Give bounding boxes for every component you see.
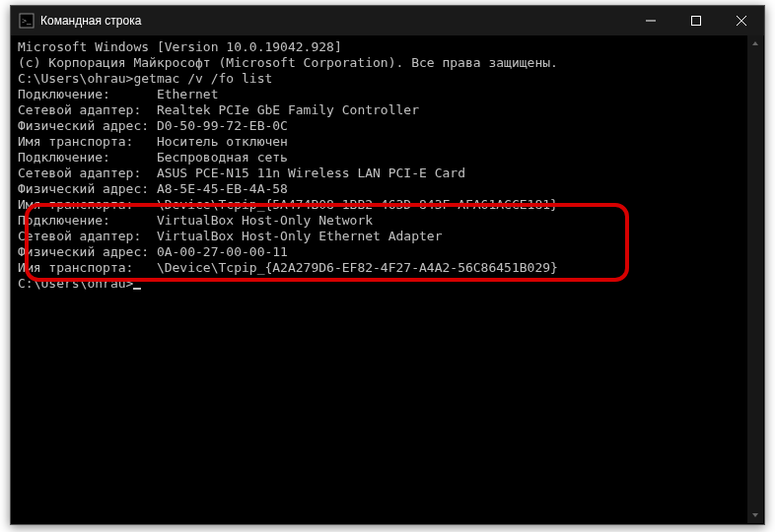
svg-text:>_: >_	[22, 16, 32, 26]
prompt-line-1: C:\Users\ohrau>getmac /v /fo list	[18, 71, 757, 87]
scroll-down-icon[interactable]	[747, 507, 763, 523]
window-title: Командная строка	[40, 14, 141, 28]
scroll-up-icon[interactable]	[747, 35, 763, 51]
value: Беспроводная сеть	[157, 150, 288, 165]
label: Физический адрес:	[18, 244, 157, 259]
cmd-icon: >_	[19, 13, 35, 29]
label: Подключение:	[18, 213, 157, 228]
cursor-icon	[133, 288, 141, 290]
value: VirtualBox Host-Only Ethernet Adapter	[157, 229, 443, 243]
minimize-button[interactable]	[628, 6, 673, 35]
label: Подключение:	[18, 87, 157, 101]
label: Имя транспорта:	[18, 197, 157, 212]
value: 0A-00-27-00-00-11	[157, 244, 288, 259]
value: A8-5E-45-EB-4A-58	[157, 181, 288, 196]
adapter2-trans: Имя транспорта: \Device\Tcpip_{5A474B08-…	[18, 197, 757, 213]
label: Имя транспорта:	[18, 260, 157, 275]
adapter2-phys: Физический адрес: A8-5E-45-EB-4A-58	[18, 181, 757, 197]
label: Сетевой адаптер:	[18, 166, 157, 180]
version-line: Microsoft Windows [Version 10.0.19042.92…	[18, 39, 757, 55]
window-controls	[628, 6, 764, 35]
adapter3-conn: Подключение: VirtualBox Host-Only Networ…	[18, 213, 757, 229]
adapter3-phys: Физический адрес: 0A-00-27-00-00-11	[18, 244, 757, 260]
command-prompt-window: >_ Командная строка Microsoft Windows [V…	[10, 5, 765, 525]
value: \Device\Tcpip_{5A474B08-1BB2-463D-843F-A…	[157, 197, 558, 212]
label: Сетевой адаптер:	[18, 102, 157, 117]
value: Ethernet	[157, 87, 219, 101]
svg-marker-7	[752, 513, 758, 517]
label: Физический адрес:	[18, 181, 157, 196]
value: \Device\Tcpip_{A2A279D6-EF82-4F27-A4A2-5…	[157, 260, 558, 275]
copyright-line: (c) Корпорация Майкрософт (Microsoft Cor…	[18, 55, 757, 71]
value: VirtualBox Host-Only Network	[157, 213, 373, 228]
adapter2-conn: Подключение: Беспроводная сеть	[18, 150, 757, 166]
adapter2-net: Сетевой адаптер: ASUS PCE-N15 11n Wirele…	[18, 166, 757, 181]
svg-marker-6	[752, 41, 758, 45]
close-button[interactable]	[719, 6, 764, 35]
label: Имя транспорта:	[18, 134, 157, 149]
svg-rect-3	[692, 17, 701, 26]
adapter1-trans: Имя транспорта: Носитель отключен	[18, 134, 757, 150]
prompt-line-2: C:\Users\ohrau>	[18, 276, 757, 292]
titlebar-left: >_ Командная строка	[11, 13, 141, 29]
adapter1-net: Сетевой адаптер: Realtek PCIe GbE Family…	[18, 102, 757, 118]
prompt-path: C:\Users\ohrau>	[18, 71, 133, 86]
adapter1-conn: Подключение: Ethernet	[18, 87, 757, 102]
maximize-button[interactable]	[673, 6, 719, 35]
value: D0-50-99-72-EB-0C	[157, 118, 288, 133]
label: Подключение:	[18, 150, 157, 165]
value: ASUS PCE-N15 11n Wireless LAN PCI-E Card	[157, 166, 465, 180]
value: Realtek PCIe GbE Family Controller	[157, 102, 419, 117]
prompt-path: C:\Users\ohrau>	[18, 276, 133, 291]
terminal-output[interactable]: Microsoft Windows [Version 10.0.19042.92…	[12, 35, 763, 523]
adapter1-phys: Физический адрес: D0-50-99-72-EB-0C	[18, 118, 757, 134]
adapter3-net: Сетевой адаптер: VirtualBox Host-Only Et…	[18, 229, 757, 244]
scrollbar-track[interactable]	[747, 51, 763, 507]
value: Носитель отключен	[157, 134, 288, 149]
prompt-command: getmac /v /fo list	[133, 71, 272, 86]
vertical-scrollbar[interactable]	[747, 35, 763, 523]
label: Сетевой адаптер:	[18, 229, 157, 243]
titlebar[interactable]: >_ Командная строка	[11, 6, 764, 35]
label: Физический адрес:	[18, 118, 157, 133]
adapter3-trans: Имя транспорта: \Device\Tcpip_{A2A279D6-…	[18, 260, 757, 276]
